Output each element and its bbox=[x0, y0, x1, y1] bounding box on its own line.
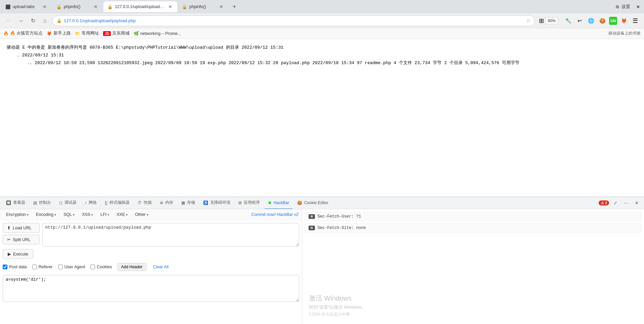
settings-tab[interactable]: ⚙ 设置 bbox=[612, 1, 634, 12]
clear-all-button[interactable]: Clear All bbox=[153, 265, 169, 269]
sql-menu[interactable]: SQL ▾ bbox=[61, 211, 77, 218]
bookmark-newbie[interactable]: 🦊 新手上路 bbox=[47, 31, 71, 36]
load-url-button[interactable]: ⬆ Load URL bbox=[3, 223, 40, 233]
hackbar-post-area bbox=[0, 272, 302, 324]
devtools-tab-accessibility[interactable]: ♿ 无障碍环境 bbox=[200, 197, 234, 209]
hackbar-headers-list: H Sec-Fetch-User: ?1 H Sec-Fetch-Site: n… bbox=[302, 209, 644, 287]
devtools-tab-debugger[interactable]: ◻ 调试器 bbox=[56, 197, 80, 209]
tab-payload[interactable]: 🔒 127.0.0.1/upload/upload/payloa... ✕ bbox=[103, 1, 177, 12]
reload-button[interactable]: ↻ bbox=[28, 16, 38, 26]
forward-button[interactable]: → bbox=[16, 16, 26, 26]
hackbar-on-icon[interactable]: ON bbox=[609, 17, 617, 25]
post-data-label: Post data bbox=[9, 265, 27, 269]
tab-phpinfo2[interactable]: 🔒 phpinfo() ✕ bbox=[178, 1, 228, 12]
devtools-tab-console[interactable]: ▤ 控制台 bbox=[30, 197, 54, 209]
grid-icon[interactable]: ⊞ bbox=[539, 17, 544, 25]
tab-favicon-payload: 🔒 bbox=[107, 4, 112, 9]
other-menu[interactable]: Other ▾ bbox=[132, 211, 151, 218]
add-header-button[interactable]: Add Header bbox=[118, 263, 146, 271]
mobile-bookmarks[interactable]: 移动设备上的书签 bbox=[608, 31, 641, 36]
bookmark-huhu[interactable]: 🔥 🔥 火狐官方站点 bbox=[3, 31, 43, 36]
back-button[interactable]: ← bbox=[4, 16, 13, 26]
tab-title-payload: 127.0.0.1/upload/upload/payloa... bbox=[115, 4, 165, 9]
tab-close-upload-labs[interactable]: ✕ bbox=[42, 4, 48, 10]
zoom-level[interactable]: 90% bbox=[545, 17, 558, 24]
cookies-checkbox[interactable] bbox=[90, 265, 95, 269]
lfi-menu[interactable]: LFI ▾ bbox=[98, 211, 112, 218]
debugger-icon: ◻ bbox=[59, 200, 62, 205]
hackbar-post-textarea[interactable] bbox=[3, 275, 299, 302]
user-agent-option[interactable]: User Agent bbox=[58, 265, 85, 269]
extension-icon-3[interactable]: 🌐 bbox=[586, 16, 596, 26]
application-icon: ⊞ bbox=[238, 200, 242, 205]
extension-icon-1[interactable]: 🔧 bbox=[563, 16, 573, 26]
tab-upload-labs[interactable]: ⬛ upload-labs ✕ bbox=[1, 1, 52, 12]
devtools-close-button[interactable]: ✕ bbox=[632, 198, 641, 208]
hackbar-right-panel: H Sec-Fetch-User: ?1 H Sec-Fetch-Site: n… bbox=[302, 209, 644, 324]
encoding-label: Encoding bbox=[36, 212, 53, 217]
console-icon: ▤ bbox=[33, 200, 37, 205]
hackbar-left-panel: Encryption ▾ Encoding ▾ SQL ▾ XSS ▾ bbox=[0, 209, 302, 324]
post-data-option[interactable]: Post data bbox=[3, 265, 27, 269]
encryption-menu[interactable]: Encryption ▾ bbox=[3, 211, 31, 218]
bookmark-networking-icon: 🌿 bbox=[134, 31, 139, 36]
tab-close-payload[interactable]: ✕ bbox=[167, 4, 173, 10]
hackbar-url-textarea[interactable] bbox=[42, 223, 299, 246]
devtools-tab-performance[interactable]: ⏱ 性能 bbox=[134, 197, 155, 209]
devtools-tab-memory[interactable]: ⊛ 内存 bbox=[156, 197, 177, 209]
execute-button[interactable]: ▶ Execute bbox=[3, 249, 33, 259]
page-line-1: 驱动器 E 中的卷是 新加卷卷的序列号是 6078-B365 E:\phpstu… bbox=[7, 44, 637, 51]
xxe-menu[interactable]: XXE ▾ bbox=[114, 211, 130, 218]
address-input-wrap[interactable]: 🔒 ☆ bbox=[52, 15, 535, 26]
hackbar-url-area: ⬆ Load URL ✂ Split URL bbox=[0, 220, 302, 249]
network-icon: ↕ bbox=[85, 200, 87, 205]
xss-menu[interactable]: XSS ▾ bbox=[79, 211, 96, 218]
devtools-detach-button[interactable]: ⤢ bbox=[610, 198, 620, 208]
devtools-tab-inspector[interactable]: 🔲 查看器 bbox=[3, 197, 29, 209]
browser-menu-button[interactable]: ☰ bbox=[631, 16, 640, 26]
execute-icon: ▶ bbox=[8, 251, 11, 257]
bookmark-common-icon: 📁 bbox=[75, 31, 80, 36]
home-button[interactable]: ⌂ bbox=[40, 16, 50, 26]
encoding-menu[interactable]: Encoding ▾ bbox=[33, 211, 59, 218]
referer-option[interactable]: Referer bbox=[32, 265, 53, 269]
execute-label: Execute bbox=[13, 252, 28, 257]
address-input[interactable] bbox=[64, 18, 524, 23]
xxe-label: XXE bbox=[117, 212, 125, 217]
address-bar: ← → ↻ ⌂ 🔒 ☆ ⊞ 90% 🔧 ↩ 🌐 🍪 ON 🦊 ☰ bbox=[0, 13, 644, 28]
split-url-label: Split URL bbox=[13, 237, 31, 242]
header-badge-1: H bbox=[309, 226, 315, 230]
devtools-tab-application[interactable]: ⊞ 应用程序 bbox=[235, 197, 263, 209]
encryption-label: Encryption bbox=[6, 212, 26, 217]
xss-label: XSS bbox=[82, 212, 90, 217]
devtools-tab-hackbar[interactable]: ● HackBar bbox=[265, 197, 292, 209]
bookmark-jd[interactable]: JD 京东商城 bbox=[103, 31, 129, 36]
devtools-tab-style-editor[interactable]: {} 样式编辑器 bbox=[101, 197, 133, 209]
cookies-option[interactable]: Cookies bbox=[90, 265, 112, 269]
settings-close-button[interactable]: ✕ bbox=[636, 4, 640, 9]
referer-checkbox[interactable] bbox=[32, 265, 37, 269]
devtools-tab-network[interactable]: ↕ 网络 bbox=[81, 197, 100, 209]
cookie-icon[interactable]: 🍪 bbox=[598, 16, 607, 26]
post-data-checkbox[interactable] bbox=[3, 265, 7, 269]
extension-icon-2[interactable]: ↩ bbox=[575, 16, 584, 26]
split-url-button[interactable]: ✂ Split URL bbox=[3, 235, 40, 244]
error-badge: ⚠ 2 bbox=[599, 200, 609, 205]
page-line-2: . 2022/09/12 15:31 bbox=[7, 52, 637, 59]
bookmark-star-icon[interactable]: ☆ bbox=[526, 17, 531, 24]
extension-icon-4[interactable]: 🦊 bbox=[619, 16, 629, 26]
devtools-tab-storage[interactable]: ▦ 存储 bbox=[178, 197, 198, 209]
devtools-more-button[interactable]: ⋯ bbox=[621, 198, 631, 208]
user-agent-checkbox[interactable] bbox=[58, 265, 63, 269]
tab-close-phpinfo1[interactable]: ✕ bbox=[93, 4, 99, 10]
accessibility-icon: ♿ bbox=[203, 200, 208, 205]
bookmark-networking[interactable]: 🌿 networking – Prome... bbox=[134, 31, 181, 36]
tab-phpinfo1[interactable]: 🔒 phpinfo() ✕ bbox=[52, 1, 103, 12]
tab-close-phpinfo2[interactable]: ✕ bbox=[218, 4, 224, 10]
performance-icon: ⏱ bbox=[138, 200, 142, 205]
new-tab-button[interactable]: + bbox=[229, 1, 240, 12]
xss-arrow-icon: ▾ bbox=[91, 213, 93, 217]
devtools-tab-cookie-editor[interactable]: 🍪 Cookie Editor bbox=[294, 197, 332, 209]
load-url-label: Load URL bbox=[13, 226, 32, 230]
bookmark-common[interactable]: 📁 常用网址 bbox=[75, 31, 99, 36]
